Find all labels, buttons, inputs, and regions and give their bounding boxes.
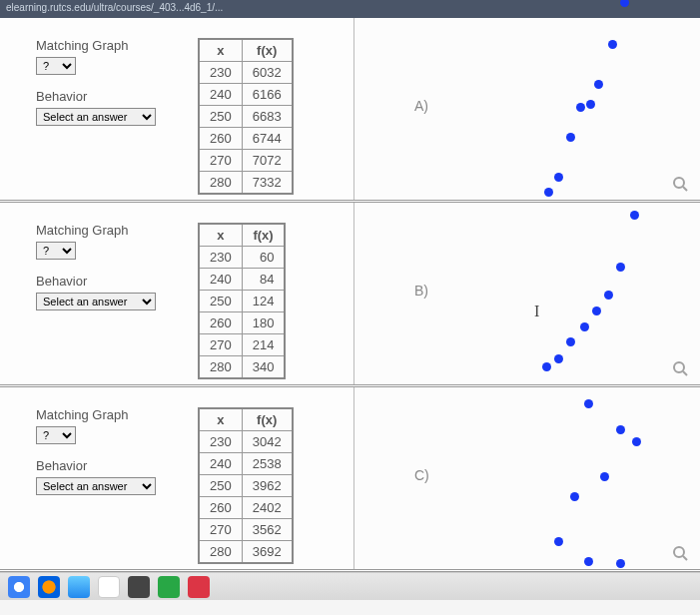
table-row: 2402538 xyxy=(199,453,293,475)
table-row: 270214 xyxy=(199,334,285,356)
graph-label: B) xyxy=(414,283,428,299)
graph-label: C) xyxy=(414,467,429,483)
table-row: 2807332 xyxy=(199,172,293,195)
table-row: 2406166 xyxy=(199,84,293,106)
cell-x: 280 xyxy=(199,172,242,195)
cell-x: 260 xyxy=(199,497,242,519)
col-fx: f(x) xyxy=(242,408,292,431)
table-row: 2606744 xyxy=(199,128,293,150)
table-row: 24084 xyxy=(199,269,285,291)
question-row-C: Matching Graph?BehaviorSelect an answerx… xyxy=(0,387,700,572)
controls: Matching Graph?BehaviorSelect an answer xyxy=(36,407,186,561)
table-row: 2506683 xyxy=(199,106,293,128)
cell-x: 250 xyxy=(199,106,242,128)
svg-line-3 xyxy=(683,371,687,375)
cell-x: 260 xyxy=(199,128,242,150)
data-point xyxy=(576,103,585,112)
data-point xyxy=(554,537,563,546)
matching-graph-select[interactable]: ? xyxy=(36,242,76,260)
table-row: 2303042 xyxy=(199,431,293,453)
col-x: x xyxy=(199,408,242,431)
url-bar: elearning.rutcs.edu/ultra/courses/_403..… xyxy=(0,0,700,18)
matching-graph-label: Matching Graph xyxy=(36,407,186,422)
table-row: 2602402 xyxy=(199,497,293,519)
col-x: x xyxy=(199,224,242,247)
data-point xyxy=(586,100,595,109)
svg-point-2 xyxy=(674,362,684,372)
data-table: xf(x)2306024084250124260180270214280340 xyxy=(198,223,286,379)
cell-x: 270 xyxy=(199,334,242,356)
cell-fx: 3692 xyxy=(242,541,292,564)
data-point xyxy=(584,399,593,408)
data-point xyxy=(630,211,639,220)
graph-label: A) xyxy=(414,98,428,114)
cell-x: 230 xyxy=(199,431,242,453)
col-fx: f(x) xyxy=(242,224,285,247)
table-row: 2306032 xyxy=(199,62,293,84)
data-point xyxy=(542,362,551,371)
cell-fx: 3562 xyxy=(242,519,292,541)
matching-graph-label: Matching Graph xyxy=(36,223,186,238)
behavior-select[interactable]: Select an answer xyxy=(36,477,156,495)
cell-fx: 6166 xyxy=(242,84,292,106)
data-table: xf(x)23060322406166250668326067442707072… xyxy=(198,38,294,195)
taskbar xyxy=(0,572,700,600)
graph-panel: B)I xyxy=(354,203,700,384)
data-point xyxy=(616,559,625,568)
behavior-label: Behavior xyxy=(36,274,186,289)
data-point xyxy=(616,263,625,272)
app-icon-1[interactable] xyxy=(128,576,150,598)
table-row: 2503962 xyxy=(199,475,293,497)
col-x: x xyxy=(199,39,242,62)
behavior-select[interactable]: Select an answer xyxy=(36,293,156,310)
mail-icon[interactable] xyxy=(68,576,90,598)
cell-x: 240 xyxy=(199,84,242,106)
data-point xyxy=(580,322,589,331)
firefox-icon[interactable] xyxy=(38,576,60,598)
data-point xyxy=(632,437,641,446)
data-point xyxy=(594,80,603,89)
matching-graph-select[interactable]: ? xyxy=(36,57,76,75)
data-table: xf(x)23030422402538250396226024022703562… xyxy=(198,407,294,564)
cell-x: 240 xyxy=(199,453,242,475)
cell-fx: 340 xyxy=(242,356,285,379)
svg-line-5 xyxy=(683,556,687,560)
question-row-A: Matching Graph?BehaviorSelect an answerx… xyxy=(0,18,700,203)
behavior-select[interactable]: Select an answer xyxy=(36,108,156,126)
data-point xyxy=(608,40,617,49)
app-icon-2[interactable] xyxy=(158,576,180,598)
table-row: 23060 xyxy=(199,247,285,269)
magnify-icon[interactable] xyxy=(672,545,688,561)
table-row: 280340 xyxy=(199,356,285,379)
svg-point-0 xyxy=(674,178,684,188)
cell-x: 260 xyxy=(199,312,242,334)
table-row: 2707072 xyxy=(199,150,293,172)
left-panel: Matching Graph?BehaviorSelect an answerx… xyxy=(0,203,354,384)
cell-fx: 60 xyxy=(242,247,285,269)
calendar-icon[interactable] xyxy=(98,576,120,598)
cell-fx: 7332 xyxy=(242,172,292,195)
controls: Matching Graph?BehaviorSelect an answer xyxy=(36,223,186,376)
cell-fx: 7072 xyxy=(242,150,292,172)
question-row-B: Matching Graph?BehaviorSelect an answerx… xyxy=(0,203,700,387)
safari-icon[interactable] xyxy=(8,576,30,598)
matching-graph-select[interactable]: ? xyxy=(36,426,76,444)
text-cursor-icon: I xyxy=(534,303,539,320)
app-icon-3[interactable] xyxy=(188,576,210,598)
table-row: 2703562 xyxy=(199,519,293,541)
cell-fx: 84 xyxy=(242,269,285,291)
magnify-icon[interactable] xyxy=(672,360,688,376)
magnify-icon[interactable] xyxy=(672,176,688,192)
cell-fx: 3962 xyxy=(242,475,292,497)
col-fx: f(x) xyxy=(242,39,292,62)
graph-panel: A) xyxy=(354,18,700,200)
cell-fx: 3042 xyxy=(242,431,292,453)
behavior-label: Behavior xyxy=(36,89,186,104)
controls: Matching Graph?BehaviorSelect an answer xyxy=(36,38,186,192)
table-row: 250124 xyxy=(199,291,285,312)
table-row: 260180 xyxy=(199,312,285,334)
data-point xyxy=(592,307,601,315)
data-point xyxy=(616,425,625,434)
data-point xyxy=(566,133,575,142)
svg-point-4 xyxy=(674,547,684,557)
